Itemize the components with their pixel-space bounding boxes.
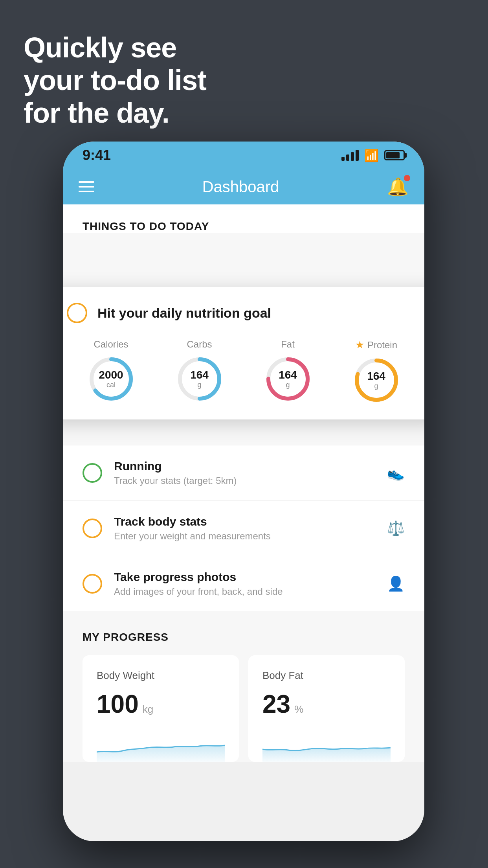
todo-item-body-stats[interactable]: Track body stats Enter your weight and m… xyxy=(63,500,424,556)
carbs-value: 164 xyxy=(190,369,209,381)
body-stats-subtitle: Enter your weight and measurements xyxy=(114,531,375,542)
protein-label: ★ Protein xyxy=(355,339,397,351)
todo-list: Running Track your stats (target: 5km) 👟… xyxy=(63,445,424,611)
app-header: Dashboard 🔔 xyxy=(63,169,424,204)
photos-icon: 👤 xyxy=(387,576,405,592)
running-content: Running Track your stats (target: 5km) xyxy=(114,460,375,486)
todo-section-title: THINGS TO DO TODAY xyxy=(83,220,405,233)
content-area: THINGS TO DO TODAY Hit your daily nutrit… xyxy=(63,204,424,762)
nutrition-protein: ★ Protein 164 g xyxy=(353,339,400,404)
body-stats-icon: ⚖️ xyxy=(387,520,405,537)
calories-ring: 2000 cal xyxy=(88,355,135,403)
body-weight-chart xyxy=(97,730,225,762)
body-weight-value-row: 100 kg xyxy=(97,690,225,719)
notification-bell[interactable]: 🔔 xyxy=(387,177,409,197)
nutrition-card: Hit your daily nutrition goal Calories xyxy=(63,287,424,419)
progress-section: MY PROGRESS Body Weight 100 kg xyxy=(63,611,424,762)
progress-section-title: MY PROGRESS xyxy=(83,631,405,644)
protein-unit: g xyxy=(367,383,385,390)
protein-star-icon: ★ xyxy=(355,339,364,351)
calories-value: 2000 xyxy=(99,369,123,381)
headline-line3: for the day. xyxy=(24,97,169,129)
nutrition-row: Calories 2000 cal xyxy=(67,339,420,404)
photos-check-circle xyxy=(83,574,102,594)
body-weight-number: 100 xyxy=(97,690,139,719)
headline-line1: Quickly see xyxy=(24,32,176,63)
battery-icon xyxy=(384,150,405,160)
photos-subtitle: Add images of your front, back, and side xyxy=(114,586,375,597)
body-fat-unit: % xyxy=(294,703,303,715)
status-icons: 📶 xyxy=(341,149,405,162)
body-weight-title: Body Weight xyxy=(97,669,225,682)
phone-frame: 9:41 📶 Dashboard 🔔 THINGS TO DO TODAY xyxy=(63,142,424,841)
fat-ring: 164 g xyxy=(264,355,312,403)
running-check-circle xyxy=(83,463,102,483)
calories-unit: cal xyxy=(99,381,123,389)
body-fat-card[interactable]: Body Fat 23 % xyxy=(248,655,405,762)
body-weight-card[interactable]: Body Weight 100 kg xyxy=(83,655,239,762)
menu-button[interactable] xyxy=(79,181,94,192)
card-header: Hit your daily nutrition goal xyxy=(67,303,420,323)
todo-item-progress-photos[interactable]: Take progress photos Add images of your … xyxy=(63,556,424,611)
carbs-ring: 164 g xyxy=(176,355,223,403)
body-weight-unit: kg xyxy=(143,703,153,715)
running-subtitle: Track your stats (target: 5km) xyxy=(114,475,375,486)
todo-item-running[interactable]: Running Track your stats (target: 5km) 👟 xyxy=(63,445,424,500)
todo-section-header: THINGS TO DO TODAY xyxy=(63,204,424,233)
body-fat-chart xyxy=(262,730,391,762)
signal-icon xyxy=(341,150,359,161)
photos-content: Take progress photos Add images of your … xyxy=(114,570,375,597)
status-bar: 9:41 📶 xyxy=(63,142,424,169)
carbs-label: Carbs xyxy=(187,339,212,350)
wifi-icon: 📶 xyxy=(364,149,379,162)
running-name: Running xyxy=(114,460,375,473)
notification-badge xyxy=(404,175,410,181)
status-time: 9:41 xyxy=(83,147,111,164)
fat-label: Fat xyxy=(281,339,295,350)
header-title: Dashboard xyxy=(202,178,279,196)
progress-cards: Body Weight 100 kg xyxy=(83,655,405,762)
protein-ring: 164 g xyxy=(353,357,400,404)
nutrition-check-circle[interactable] xyxy=(67,303,87,323)
headline-line2: your to-do list xyxy=(24,64,206,96)
body-fat-title: Body Fat xyxy=(262,669,391,682)
body-stats-check-circle xyxy=(83,519,102,538)
nutrition-card-title: Hit your daily nutrition goal xyxy=(97,305,271,321)
headline: Quickly see your to-do list for the day. xyxy=(24,31,206,129)
body-fat-value-row: 23 % xyxy=(262,690,391,719)
body-stats-name: Track body stats xyxy=(114,515,375,528)
fat-unit: g xyxy=(279,381,297,389)
nutrition-carbs: Carbs 164 g xyxy=(176,339,223,403)
nutrition-calories: Calories 2000 cal xyxy=(88,339,135,403)
photos-name: Take progress photos xyxy=(114,570,375,584)
body-stats-content: Track body stats Enter your weight and m… xyxy=(114,515,375,542)
nutrition-fat: Fat 164 g xyxy=(264,339,312,403)
calories-label: Calories xyxy=(94,339,128,350)
body-fat-number: 23 xyxy=(262,690,290,719)
running-icon: 👟 xyxy=(387,465,405,481)
fat-value: 164 xyxy=(279,369,297,381)
carbs-unit: g xyxy=(190,381,209,389)
protein-value: 164 xyxy=(367,370,385,383)
